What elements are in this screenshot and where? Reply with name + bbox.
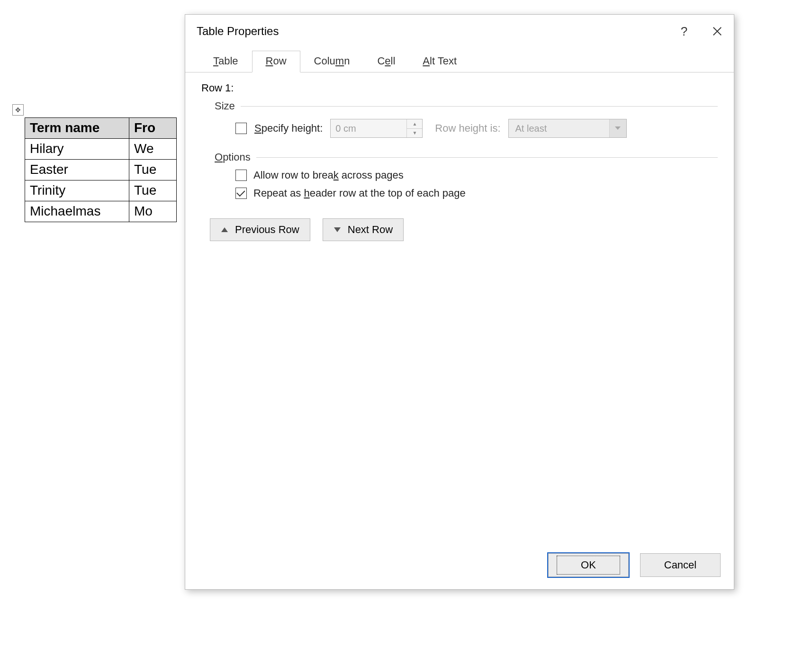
- allow-break-checkbox[interactable]: [235, 170, 247, 181]
- table-properties-dialog: Table Properties ? Table Row Column Cell…: [185, 14, 734, 590]
- chevron-down-icon: [609, 119, 626, 137]
- table-row: MichaelmasMo: [25, 201, 177, 222]
- help-button[interactable]: ?: [668, 15, 701, 48]
- dialog-tabs: Table Row Column Cell Alt Text: [185, 48, 734, 72]
- table-cell[interactable]: Tue: [129, 180, 177, 201]
- dialog-button-row: OK Cancel: [185, 543, 734, 589]
- next-row-button[interactable]: Next Row: [323, 218, 404, 241]
- dialog-titlebar: Table Properties ?: [185, 15, 734, 48]
- repeat-header-checkbox[interactable]: [235, 188, 247, 199]
- tab-row-body: Row 1: Size Specify height: ▲ ▼ Row heig…: [185, 72, 734, 543]
- row-height-is-label: Row height is:: [435, 122, 500, 135]
- row-height-spinner[interactable]: ▲ ▼: [330, 119, 423, 138]
- row-height-is-value: At least: [515, 123, 547, 134]
- table-row: TrinityTue: [25, 180, 177, 201]
- table-cell[interactable]: Easter: [25, 160, 129, 180]
- table-move-handle[interactable]: ✥: [12, 104, 24, 116]
- previous-row-button[interactable]: Previous Row: [210, 218, 310, 241]
- close-button[interactable]: [701, 15, 734, 48]
- specify-height-checkbox[interactable]: [235, 123, 247, 134]
- spinner-up-icon[interactable]: ▲: [407, 119, 422, 129]
- table-cell[interactable]: Tue: [129, 160, 177, 180]
- size-group-header: Size: [215, 100, 718, 112]
- tab-column[interactable]: Column: [300, 51, 364, 72]
- table-header-row: Term name Fro: [25, 118, 177, 139]
- spinner-down-icon[interactable]: ▼: [407, 129, 422, 138]
- cancel-button[interactable]: Cancel: [640, 553, 721, 577]
- table-header-cell[interactable]: Fro: [129, 118, 177, 139]
- tab-cell[interactable]: Cell: [363, 51, 409, 72]
- options-group-label: Options: [215, 151, 251, 163]
- repeat-header-label[interactable]: Repeat as header row at the top of each …: [253, 187, 466, 199]
- tab-alt-text[interactable]: Alt Text: [409, 51, 470, 72]
- close-icon: [712, 26, 722, 36]
- row-indicator-label: Row 1:: [201, 82, 718, 94]
- triangle-down-icon: [334, 227, 341, 233]
- tab-row[interactable]: Row: [252, 51, 300, 72]
- triangle-up-icon: [221, 227, 228, 233]
- table-cell[interactable]: Trinity: [25, 180, 129, 201]
- table-row: EasterTue: [25, 160, 177, 180]
- tab-table[interactable]: Table: [199, 51, 252, 72]
- table-cell[interactable]: Michaelmas: [25, 201, 129, 222]
- allow-break-label[interactable]: Allow row to break across pages: [253, 169, 404, 181]
- specify-height-label[interactable]: Specify height:: [254, 122, 323, 135]
- dialog-title: Table Properties: [197, 25, 668, 38]
- size-group-label: Size: [215, 100, 235, 112]
- table-row: HilaryWe: [25, 139, 177, 160]
- table-header-cell[interactable]: Term name: [25, 118, 129, 139]
- row-height-is-combo[interactable]: At least: [508, 119, 627, 138]
- table-cell[interactable]: Hilary: [25, 139, 129, 160]
- table-cell[interactable]: Mo: [129, 201, 177, 222]
- document-table[interactable]: Term name Fro HilaryWe EasterTue Trinity…: [25, 117, 177, 222]
- table-cell[interactable]: We: [129, 139, 177, 160]
- options-group-header: Options: [215, 151, 718, 163]
- ok-button[interactable]: OK: [548, 553, 629, 577]
- row-height-input[interactable]: [331, 119, 406, 137]
